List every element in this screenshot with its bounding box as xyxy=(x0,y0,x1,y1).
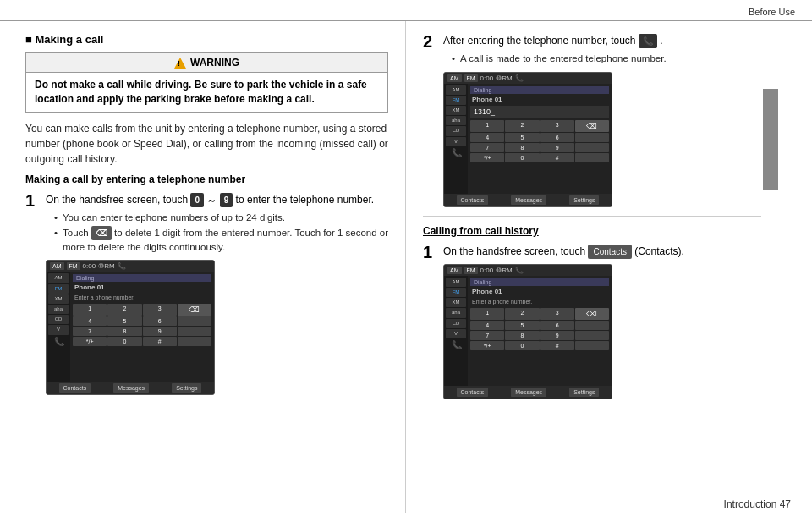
s2-messages-btn: Messages xyxy=(511,195,546,205)
key-9: 9 xyxy=(143,327,177,336)
warning-box: WARNING Do not make a call while driving… xyxy=(25,52,388,113)
step-3-content: On the handsfree screen, touch Contacts … xyxy=(443,244,761,399)
screen-2-keypad: 1 2 3 ⌫ 4 5 6 7 8 9 xyxy=(470,120,609,162)
s2-sb-fm: FM xyxy=(446,96,466,105)
step-2-text: After entering the telephone number, tou… xyxy=(443,33,761,48)
s3-key-hash: # xyxy=(540,341,574,350)
key-0: 0 xyxy=(107,337,141,346)
s2-sb-am: AM xyxy=(446,85,466,95)
step-3-text-before: On the handsfree screen, touch xyxy=(443,245,585,257)
s2-key-del: ⌫ xyxy=(575,120,609,132)
screen-3-title-bar: Dialing xyxy=(470,278,609,286)
s3-sb-v: V xyxy=(446,329,466,338)
screen-2-main: Dialing Phone 01 1310_ 1 2 3 ⌫ 4 xyxy=(468,84,612,194)
step-1-text-after: to enter the telephone number. xyxy=(236,194,374,206)
sb-cd: CD xyxy=(48,315,69,324)
key-6: 6 xyxy=(143,316,177,326)
screen-1-main: Dialing Phone 01 Enter a phone number. 1… xyxy=(70,272,214,382)
s2-key-0: 0 xyxy=(505,153,539,162)
screen-1-body: AM FM XM aha CD V 📞 Dialing xyxy=(47,272,214,382)
s2-key-blank1 xyxy=(575,133,609,142)
step-1-content: On the handsfree screen, touch 0 ～ 9 to … xyxy=(46,192,388,396)
s3-key-2: 2 xyxy=(505,308,539,320)
screen-3-main: Dialing Phone 01 Enter a phone number. 1… xyxy=(468,276,612,386)
bullet-2: Touch ⌫ to delete 1 digit from the enter… xyxy=(54,226,388,256)
s2-time: 0:00 xyxy=(480,74,494,82)
body-text: You can make calls from the unit by ente… xyxy=(25,121,388,167)
key-hash: # xyxy=(143,337,177,346)
step-3-text-after: (Contacts). xyxy=(634,245,684,257)
s2-key-9: 9 xyxy=(540,143,574,152)
s2-key-2: 2 xyxy=(505,120,539,132)
s3-key-del: ⌫ xyxy=(575,308,609,320)
left-column: Making a call WARNING Do not make a call… xyxy=(0,21,406,513)
s2-key-hash: # xyxy=(540,153,574,162)
sb-v: V xyxy=(48,325,69,334)
s3-key-7: 7 xyxy=(470,331,504,340)
screen-3-prompt: Enter a phone number. xyxy=(470,298,609,305)
s3-contacts-btn: Contacts xyxy=(457,388,489,397)
screen-1-title-bar: Dialing xyxy=(73,274,211,282)
tilde-symbol: ～ xyxy=(206,194,217,206)
phone-icon: 📞 xyxy=(48,336,70,347)
screen-2-body: AM FM XM aha CD V 📞 Dialing xyxy=(444,84,612,194)
sb-fm: FM xyxy=(48,284,69,294)
warning-triangle-icon xyxy=(174,58,186,69)
s3-phone-icon: 📞 xyxy=(446,339,468,350)
screen-3-keypad: 1 2 3 ⌫ 4 5 6 7 8 9 xyxy=(470,308,609,350)
s2-key-star: */+ xyxy=(470,153,504,162)
s3-key-blank3 xyxy=(575,341,609,350)
messages-btn-1: Messages xyxy=(113,383,149,393)
screen-1-subtitle: Phone 01 xyxy=(73,283,211,291)
key-blank3 xyxy=(178,337,211,346)
s3-dialing-label: Dialing xyxy=(474,279,491,285)
s2-call: 📞 xyxy=(515,74,524,82)
sb-am: AM xyxy=(48,273,69,283)
step-3-container: 1 On the handsfree screen, touch Contact… xyxy=(423,244,761,399)
screen-3-sidebar: AM FM XM aha CD V 📞 xyxy=(444,276,468,386)
screen-2: AM FM 0:00 ⑩RM 📞 AM FM XM aha xyxy=(443,72,612,207)
s2-key-blank3 xyxy=(575,153,609,162)
s3-key-4: 4 xyxy=(470,321,504,330)
settings-btn-1: Settings xyxy=(172,383,201,393)
s2-key-7: 7 xyxy=(470,143,504,152)
s3-messages-btn: Messages xyxy=(511,388,546,397)
contacts-label-btn: Contacts xyxy=(588,245,631,259)
screen-3-body: AM FM XM aha CD V 📞 Dialing xyxy=(444,276,612,386)
s3-time: 0:00 xyxy=(480,267,494,274)
s3-key-0: 0 xyxy=(505,341,539,350)
s3-key-3: 3 xyxy=(540,308,574,320)
screen-mockup-1: AM FM 0:00 ⑩RM 📞 AM FM XM aha xyxy=(46,260,388,395)
s3-key-blank1 xyxy=(575,321,609,330)
key-star: */+ xyxy=(73,337,107,346)
screen-2-number: 1310_ xyxy=(470,106,609,118)
section-divider xyxy=(423,216,761,217)
key-5: 5 xyxy=(107,316,141,326)
screen-1-sidebar: AM FM XM aha CD V 📞 xyxy=(47,272,70,382)
s3-call: 📞 xyxy=(515,267,524,274)
s3-key-9: 9 xyxy=(540,331,574,340)
subsection-title: Making a call by entering a telephone nu… xyxy=(25,173,388,185)
key-blank1 xyxy=(178,316,211,326)
s2-phone-icon: 📞 xyxy=(446,147,468,158)
s2-key-8: 8 xyxy=(505,143,539,152)
step-2-text-end: . xyxy=(660,35,662,47)
s3-am-btn: AM xyxy=(447,267,462,274)
s2-am-btn: AM xyxy=(447,74,462,82)
step-2-content: After entering the telephone number, tou… xyxy=(443,33,761,207)
key-2: 2 xyxy=(107,304,141,316)
s2-fm-btn: FM xyxy=(464,74,478,82)
step-1-text-before: On the handsfree screen, touch xyxy=(46,194,188,206)
call-display: 📞 xyxy=(118,262,126,270)
key-9-button: 9 xyxy=(220,193,233,207)
footer-text: Introduction 47 xyxy=(724,498,791,510)
s2-contacts-btn: Contacts xyxy=(457,195,489,205)
s2-key-4: 4 xyxy=(470,133,504,142)
step-2-container: 2 After entering the telephone number, t… xyxy=(423,33,761,207)
step-1-bullets: You can enter telephone numbers of up to… xyxy=(46,211,388,255)
delete-key-icon: ⌫ xyxy=(91,226,112,240)
screen-3-bottom: Contacts Messages Settings xyxy=(444,386,612,399)
screen-3-subtitle: Phone 01 xyxy=(470,288,609,295)
s3-sb-fm: FM xyxy=(446,288,466,297)
page-header: Before Use xyxy=(0,0,812,21)
